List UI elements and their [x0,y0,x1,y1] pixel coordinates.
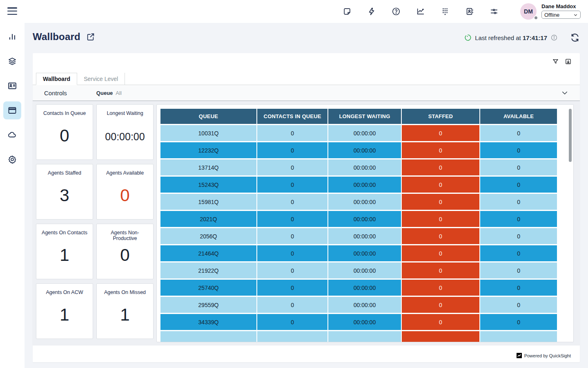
contacts-icon[interactable] [465,7,474,16]
column-header[interactable]: CONTACTS IN QUEUE [257,109,327,124]
download-icon[interactable] [565,58,572,65]
table-cell[interactable]: 29559Q [160,297,256,313]
table-cell[interactable]: 0 [257,177,327,193]
table-cell[interactable]: 00:00:00 [328,142,401,158]
menu-icon[interactable] [7,7,17,16]
table-cell[interactable]: 00:00:00 [328,263,401,278]
table-cell[interactable]: 2021Q [160,211,256,227]
table-cell[interactable]: 0 [402,280,480,296]
table-cell[interactable]: 0 [257,263,327,278]
table-cell[interactable]: 0 [402,211,480,227]
sidebar-item-metrics[interactable] [3,28,21,46]
table-cell[interactable] [257,331,327,342]
table-cell[interactable]: 0 [480,314,557,330]
table-cell[interactable]: 00:00:00 [328,245,401,261]
table-cell[interactable]: 13714Q [160,159,256,175]
refresh-icon[interactable] [570,33,580,43]
table-cell[interactable]: 0 [257,211,327,227]
table-cell[interactable]: 0 [257,280,327,296]
external-link-icon[interactable] [86,32,95,41]
table-cell[interactable]: 0 [257,228,327,244]
queue-control[interactable]: Queue All [96,90,122,96]
table-cell[interactable]: 0 [402,142,480,158]
table-cell[interactable]: 00:00:00 [328,280,401,296]
help-icon[interactable] [391,7,401,16]
table-cell[interactable]: 0 [480,159,557,175]
table-cell[interactable]: 0 [402,245,480,261]
column-header[interactable]: STAFFED [402,109,480,124]
table-cell[interactable]: 10031Q [160,125,256,141]
main-content: Wallboard Last refreshed at 17:41:17 Wal… [24,23,588,368]
table-cell[interactable]: 0 [402,159,480,175]
table-cell[interactable]: 2056Q [160,228,256,244]
table-cell[interactable]: 0 [402,297,480,313]
powered-by[interactable]: Powered by QuickSight [517,353,571,358]
table-cell[interactable]: 0 [480,125,557,141]
table-cell[interactable]: 0 [402,228,480,244]
lightning-icon[interactable] [367,7,376,16]
table-cell[interactable]: 0 [402,263,480,278]
table-cell[interactable]: 0 [480,245,557,261]
sidebar-item-contacts[interactable] [3,77,21,95]
table-cell[interactable]: 12232Q [160,142,256,158]
table-cell[interactable]: 0 [257,194,327,210]
table-cell[interactable]: 0 [257,297,327,313]
table-cell[interactable]: 0 [480,194,557,210]
table-cell[interactable] [480,331,557,342]
table-cell[interactable] [328,331,401,342]
queue-table: QUEUECONTACTS IN QUEUELONGEST WAITINGSTA… [160,108,558,342]
table-cell[interactable]: 0 [257,159,327,175]
table-cell[interactable]: 0 [480,297,557,313]
table-cell[interactable]: 00:00:00 [328,159,401,175]
column-header[interactable]: AVAILABLE [480,109,557,124]
table-cell[interactable]: 0 [480,263,557,278]
table-cell[interactable]: 34339Q [160,314,256,330]
filter-icon[interactable] [552,58,559,65]
info-icon[interactable] [550,34,558,41]
table-cell[interactable]: 21464Q [160,245,256,261]
table-cell[interactable] [160,331,256,342]
table-cell[interactable]: 0 [257,125,327,141]
note-icon[interactable] [342,7,352,16]
table-cell[interactable]: 0 [257,314,327,330]
table-cell[interactable]: 0 [480,280,557,296]
table-cell[interactable]: 15243Q [160,177,256,193]
table-scrollbar[interactable] [569,109,572,162]
table-cell[interactable]: 25740Q [160,280,256,296]
tab-wallboard[interactable]: Wallboard [36,73,77,85]
table-cell[interactable]: 0 [402,125,480,141]
table-cell[interactable]: 00:00:00 [328,211,401,227]
table-cell[interactable] [402,331,480,342]
table-cell[interactable]: 00:00:00 [328,177,401,193]
table-cell[interactable]: 21922Q [160,263,256,278]
table-cell[interactable]: 00:00:00 [328,228,401,244]
table-cell[interactable]: 0 [402,314,480,330]
table-cell[interactable]: 0 [402,194,480,210]
table-cell[interactable]: 00:00:00 [328,194,401,210]
status-select[interactable]: Offline [541,11,581,19]
avatar[interactable]: DM [520,3,537,20]
dialpad-icon[interactable] [440,7,450,16]
table-cell[interactable]: 0 [480,228,557,244]
table-cell[interactable]: 0 [480,177,557,193]
sidebar-item-wallboard[interactable] [3,101,21,119]
table-cell[interactable]: 0 [480,142,557,158]
chevron-down-icon[interactable] [561,89,568,96]
metrics-icon[interactable] [416,7,425,16]
column-header[interactable]: QUEUE [160,109,256,124]
kpi-value: 3 [36,186,93,205]
sidebar-item-layers[interactable] [3,52,21,70]
table-cell[interactable]: 0 [402,177,480,193]
table-cell[interactable]: 00:00:00 [328,297,401,313]
table-cell[interactable]: 0 [480,211,557,227]
sliders-icon[interactable] [489,7,499,16]
tab-service-level[interactable]: Service Level [77,73,125,85]
table-cell[interactable]: 0 [257,142,327,158]
column-header[interactable]: LONGEST WAITING [328,109,401,124]
table-cell[interactable]: 00:00:00 [328,125,401,141]
table-cell[interactable]: 15981Q [160,194,256,210]
sidebar-item-cloud[interactable] [3,126,21,144]
table-cell[interactable]: 00:00:00 [328,314,401,330]
table-cell[interactable]: 0 [257,245,327,261]
sidebar-item-settings[interactable] [3,150,21,168]
